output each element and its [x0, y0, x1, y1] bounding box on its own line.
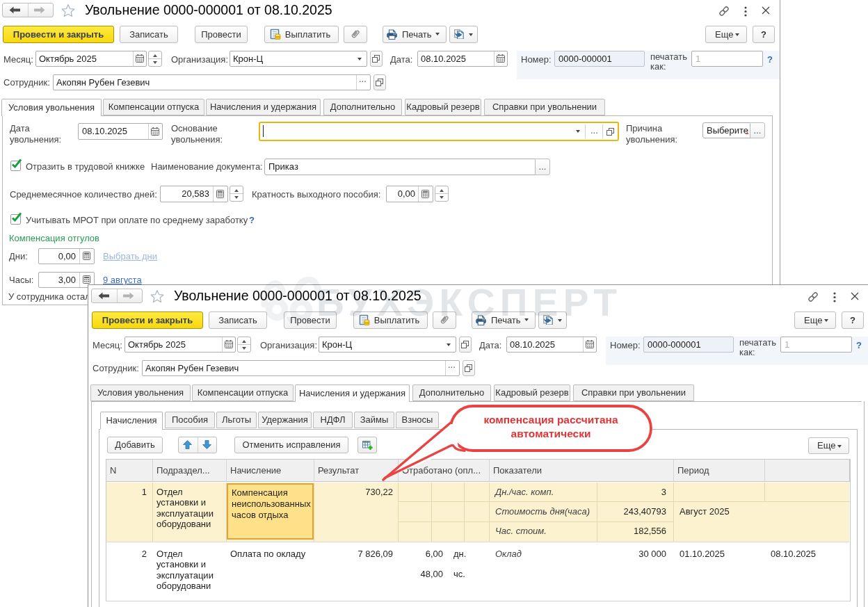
svg-text:автоматически: автоматически — [511, 428, 591, 439]
svg-text:компенсация рассчитана: компенсация рассчитана — [483, 414, 618, 426]
